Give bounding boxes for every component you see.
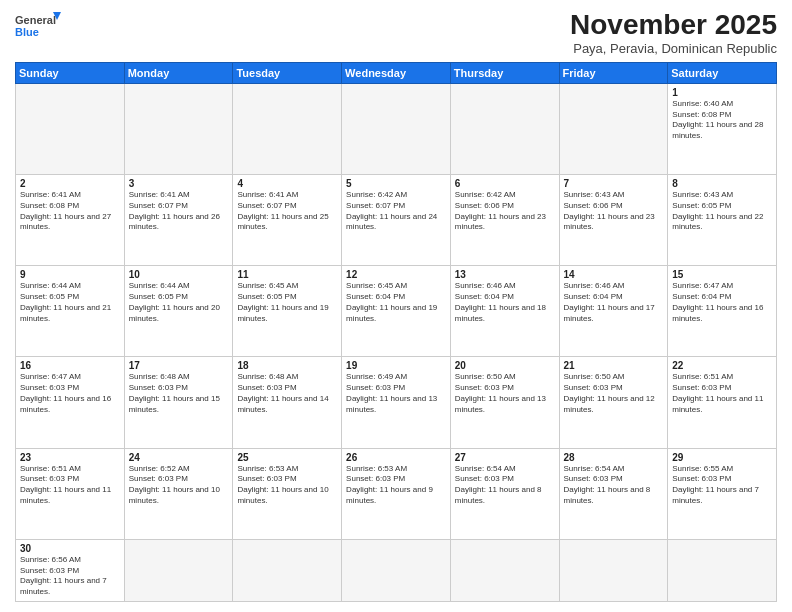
day-12: 12 Sunrise: 6:45 AMSunset: 6:04 PMDaylig… [342, 266, 451, 357]
title-block: November 2025 Paya, Peravia, Dominican R… [570, 10, 777, 56]
header-monday: Monday [124, 62, 233, 83]
day-13: 13 Sunrise: 6:46 AMSunset: 6:04 PMDaylig… [450, 266, 559, 357]
day-9: 9 Sunrise: 6:44 AMSunset: 6:05 PMDayligh… [16, 266, 125, 357]
day-24: 24 Sunrise: 6:52 AMSunset: 6:03 PMDaylig… [124, 448, 233, 539]
table-row: 1 Sunrise: 6:40 AM Sunset: 6:08 PM Dayli… [16, 83, 777, 174]
header-saturday: Saturday [668, 62, 777, 83]
table-row: 23 Sunrise: 6:51 AMSunset: 6:03 PMDaylig… [16, 448, 777, 539]
day-7: 7 Sunrise: 6:43 AMSunset: 6:06 PMDayligh… [559, 175, 668, 266]
day-16: 16 Sunrise: 6:47 AMSunset: 6:03 PMDaylig… [16, 357, 125, 448]
day-30: 30 Sunrise: 6:56 AMSunset: 6:03 PMDaylig… [16, 539, 125, 601]
day-8: 8 Sunrise: 6:43 AMSunset: 6:05 PMDayligh… [668, 175, 777, 266]
table-row: 2 Sunrise: 6:41 AMSunset: 6:08 PMDayligh… [16, 175, 777, 266]
day-28: 28 Sunrise: 6:54 AMSunset: 6:03 PMDaylig… [559, 448, 668, 539]
table-row: 30 Sunrise: 6:56 AMSunset: 6:03 PMDaylig… [16, 539, 777, 601]
header-tuesday: Tuesday [233, 62, 342, 83]
header-thursday: Thursday [450, 62, 559, 83]
day-5: 5 Sunrise: 6:42 AMSunset: 6:07 PMDayligh… [342, 175, 451, 266]
day-23: 23 Sunrise: 6:51 AMSunset: 6:03 PMDaylig… [16, 448, 125, 539]
month-title: November 2025 [570, 10, 777, 41]
empty-cell [559, 83, 668, 174]
day-19: 19 Sunrise: 6:49 AMSunset: 6:03 PMDaylig… [342, 357, 451, 448]
empty-cell [450, 539, 559, 601]
empty-cell [16, 83, 125, 174]
day-14: 14 Sunrise: 6:46 AMSunset: 6:04 PMDaylig… [559, 266, 668, 357]
day-20: 20 Sunrise: 6:50 AMSunset: 6:03 PMDaylig… [450, 357, 559, 448]
logo: General Blue [15, 10, 65, 48]
weekday-header-row: Sunday Monday Tuesday Wednesday Thursday… [16, 62, 777, 83]
empty-cell [450, 83, 559, 174]
empty-cell [342, 539, 451, 601]
page: General Blue November 2025 Paya, Peravia… [0, 0, 792, 612]
logo-svg: General Blue [15, 10, 65, 48]
day-21: 21 Sunrise: 6:50 AMSunset: 6:03 PMDaylig… [559, 357, 668, 448]
header-sunday: Sunday [16, 62, 125, 83]
svg-text:General: General [15, 14, 56, 26]
header-friday: Friday [559, 62, 668, 83]
header: General Blue November 2025 Paya, Peravia… [15, 10, 777, 56]
location-subtitle: Paya, Peravia, Dominican Republic [570, 41, 777, 56]
empty-cell [233, 83, 342, 174]
empty-cell [233, 539, 342, 601]
day-4: 4 Sunrise: 6:41 AMSunset: 6:07 PMDayligh… [233, 175, 342, 266]
day-1: 1 Sunrise: 6:40 AM Sunset: 6:08 PM Dayli… [668, 83, 777, 174]
day-22: 22 Sunrise: 6:51 AMSunset: 6:03 PMDaylig… [668, 357, 777, 448]
day-15: 15 Sunrise: 6:47 AMSunset: 6:04 PMDaylig… [668, 266, 777, 357]
day-6: 6 Sunrise: 6:42 AMSunset: 6:06 PMDayligh… [450, 175, 559, 266]
day-17: 17 Sunrise: 6:48 AMSunset: 6:03 PMDaylig… [124, 357, 233, 448]
day-27: 27 Sunrise: 6:54 AMSunset: 6:03 PMDaylig… [450, 448, 559, 539]
day-26: 26 Sunrise: 6:53 AMSunset: 6:03 PMDaylig… [342, 448, 451, 539]
table-row: 9 Sunrise: 6:44 AMSunset: 6:05 PMDayligh… [16, 266, 777, 357]
table-row: 16 Sunrise: 6:47 AMSunset: 6:03 PMDaylig… [16, 357, 777, 448]
day-3: 3 Sunrise: 6:41 AMSunset: 6:07 PMDayligh… [124, 175, 233, 266]
day-10: 10 Sunrise: 6:44 AMSunset: 6:05 PMDaylig… [124, 266, 233, 357]
day-18: 18 Sunrise: 6:48 AMSunset: 6:03 PMDaylig… [233, 357, 342, 448]
calendar-table: Sunday Monday Tuesday Wednesday Thursday… [15, 62, 777, 602]
day-2: 2 Sunrise: 6:41 AMSunset: 6:08 PMDayligh… [16, 175, 125, 266]
header-wednesday: Wednesday [342, 62, 451, 83]
day-11: 11 Sunrise: 6:45 AMSunset: 6:05 PMDaylig… [233, 266, 342, 357]
empty-cell [668, 539, 777, 601]
svg-text:Blue: Blue [15, 26, 39, 38]
empty-cell [124, 539, 233, 601]
empty-cell [559, 539, 668, 601]
day-25: 25 Sunrise: 6:53 AMSunset: 6:03 PMDaylig… [233, 448, 342, 539]
empty-cell [342, 83, 451, 174]
empty-cell [124, 83, 233, 174]
day-29: 29 Sunrise: 6:55 AMSunset: 6:03 PMDaylig… [668, 448, 777, 539]
